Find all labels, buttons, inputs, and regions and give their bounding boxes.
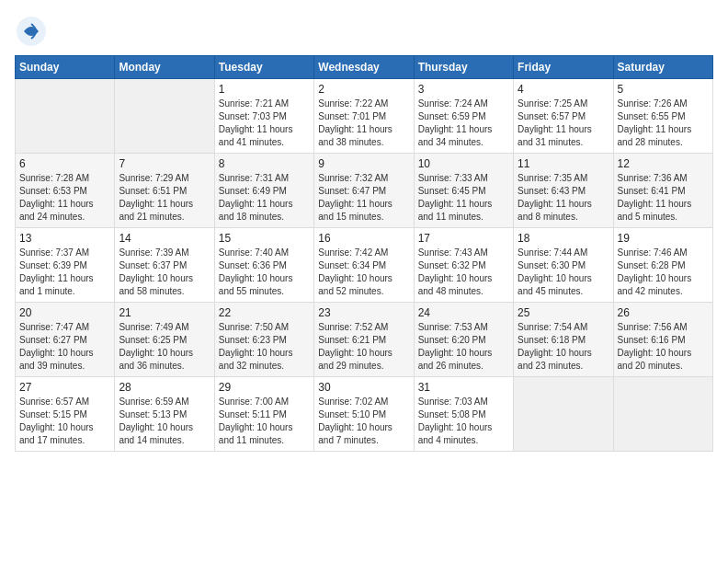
calendar-week-row: 20Sunrise: 7:47 AM Sunset: 6:27 PM Dayli… — [16, 303, 713, 377]
calendar-cell: 30Sunrise: 7:02 AM Sunset: 5:10 PM Dayli… — [314, 377, 414, 452]
day-info: Sunrise: 7:43 AM Sunset: 6:32 PM Dayligh… — [418, 247, 509, 298]
calendar-cell: 24Sunrise: 7:53 AM Sunset: 6:20 PM Dayli… — [414, 303, 513, 377]
day-info: Sunrise: 7:00 AM Sunset: 5:11 PM Dayligh… — [219, 396, 310, 447]
calendar-week-row: 27Sunrise: 6:57 AM Sunset: 5:15 PM Dayli… — [16, 377, 713, 452]
day-number: 10 — [418, 157, 509, 170]
day-number: 24 — [418, 306, 509, 319]
day-info: Sunrise: 7:21 AM Sunset: 7:03 PM Dayligh… — [219, 98, 310, 149]
calendar-cell: 19Sunrise: 7:46 AM Sunset: 6:28 PM Dayli… — [613, 228, 712, 303]
calendar-cell: 14Sunrise: 7:39 AM Sunset: 6:37 PM Dayli… — [115, 228, 214, 303]
calendar-cell: 15Sunrise: 7:40 AM Sunset: 6:36 PM Dayli… — [214, 228, 313, 303]
day-number: 9 — [318, 157, 409, 170]
day-number: 31 — [418, 381, 509, 394]
day-info: Sunrise: 7:31 AM Sunset: 6:49 PM Dayligh… — [219, 172, 310, 224]
day-number: 19 — [618, 232, 709, 245]
calendar-body: 1Sunrise: 7:21 AM Sunset: 7:03 PM Daylig… — [16, 79, 713, 452]
calendar-cell: 12Sunrise: 7:36 AM Sunset: 6:41 PM Dayli… — [613, 154, 712, 228]
calendar-cell: 11Sunrise: 7:35 AM Sunset: 6:43 PM Dayli… — [514, 154, 613, 228]
day-info: Sunrise: 7:24 AM Sunset: 6:59 PM Dayligh… — [418, 98, 509, 149]
weekday-header: Monday — [115, 56, 214, 79]
day-info: Sunrise: 7:39 AM Sunset: 6:37 PM Dayligh… — [119, 247, 210, 298]
day-info: Sunrise: 7:32 AM Sunset: 6:47 PM Dayligh… — [318, 172, 409, 224]
calendar-cell: 25Sunrise: 7:54 AM Sunset: 6:18 PM Dayli… — [514, 303, 613, 377]
day-info: Sunrise: 7:33 AM Sunset: 6:45 PM Dayligh… — [418, 172, 509, 224]
day-number: 28 — [119, 381, 210, 394]
calendar-cell: 9Sunrise: 7:32 AM Sunset: 6:47 PM Daylig… — [314, 154, 414, 228]
day-info: Sunrise: 7:42 AM Sunset: 6:34 PM Dayligh… — [318, 247, 409, 298]
day-info: Sunrise: 7:25 AM Sunset: 6:57 PM Dayligh… — [518, 98, 609, 149]
day-number: 3 — [418, 83, 509, 96]
day-info: Sunrise: 7:50 AM Sunset: 6:23 PM Dayligh… — [219, 321, 310, 373]
calendar-cell: 31Sunrise: 7:03 AM Sunset: 5:08 PM Dayli… — [414, 377, 513, 452]
day-number: 7 — [119, 157, 210, 170]
day-info: Sunrise: 7:35 AM Sunset: 6:43 PM Dayligh… — [518, 172, 609, 224]
calendar-header: SundayMondayTuesdayWednesdayThursdayFrid… — [16, 56, 713, 79]
calendar-cell: 22Sunrise: 7:50 AM Sunset: 6:23 PM Dayli… — [214, 303, 313, 377]
day-info: Sunrise: 7:56 AM Sunset: 6:16 PM Dayligh… — [618, 321, 709, 373]
day-number: 21 — [119, 306, 210, 319]
day-info: Sunrise: 7:02 AM Sunset: 5:10 PM Dayligh… — [318, 396, 409, 447]
calendar-cell: 27Sunrise: 6:57 AM Sunset: 5:15 PM Dayli… — [16, 377, 115, 452]
calendar-cell: 16Sunrise: 7:42 AM Sunset: 6:34 PM Dayli… — [314, 228, 414, 303]
day-number: 27 — [19, 381, 110, 394]
day-number: 8 — [219, 157, 310, 170]
day-info: Sunrise: 7:54 AM Sunset: 6:18 PM Dayligh… — [518, 321, 609, 373]
calendar-cell: 6Sunrise: 7:28 AM Sunset: 6:53 PM Daylig… — [16, 154, 115, 228]
day-number: 2 — [318, 83, 409, 96]
day-info: Sunrise: 7:44 AM Sunset: 6:30 PM Dayligh… — [518, 247, 609, 298]
weekday-header: Thursday — [414, 56, 513, 79]
weekday-header: Tuesday — [214, 56, 313, 79]
day-info: Sunrise: 7:29 AM Sunset: 6:51 PM Dayligh… — [119, 172, 210, 224]
day-info: Sunrise: 7:28 AM Sunset: 6:53 PM Dayligh… — [19, 172, 110, 224]
calendar-cell — [115, 79, 214, 154]
day-info: Sunrise: 6:59 AM Sunset: 5:13 PM Dayligh… — [119, 396, 210, 447]
calendar-cell: 18Sunrise: 7:44 AM Sunset: 6:30 PM Dayli… — [514, 228, 613, 303]
calendar-cell: 8Sunrise: 7:31 AM Sunset: 6:49 PM Daylig… — [214, 154, 313, 228]
day-number: 26 — [618, 306, 709, 319]
logo-icon — [15, 15, 48, 48]
day-number: 14 — [119, 232, 210, 245]
weekday-header: Wednesday — [314, 56, 414, 79]
logo — [15, 15, 51, 48]
weekday-header: Friday — [514, 56, 613, 79]
calendar-cell: 20Sunrise: 7:47 AM Sunset: 6:27 PM Dayli… — [16, 303, 115, 377]
calendar-week-row: 1Sunrise: 7:21 AM Sunset: 7:03 PM Daylig… — [16, 79, 713, 154]
day-info: Sunrise: 7:22 AM Sunset: 7:01 PM Dayligh… — [318, 98, 409, 149]
calendar-cell: 28Sunrise: 6:59 AM Sunset: 5:13 PM Dayli… — [115, 377, 214, 452]
calendar-cell: 21Sunrise: 7:49 AM Sunset: 6:25 PM Dayli… — [115, 303, 214, 377]
calendar-cell: 3Sunrise: 7:24 AM Sunset: 6:59 PM Daylig… — [414, 79, 513, 154]
calendar-cell: 1Sunrise: 7:21 AM Sunset: 7:03 PM Daylig… — [214, 79, 313, 154]
calendar-cell — [514, 377, 613, 452]
day-info: Sunrise: 7:40 AM Sunset: 6:36 PM Dayligh… — [219, 247, 310, 298]
day-number: 18 — [518, 232, 609, 245]
day-number: 12 — [618, 157, 709, 170]
weekday-header: Sunday — [16, 56, 115, 79]
day-number: 29 — [219, 381, 310, 394]
page: SundayMondayTuesdayWednesdayThursdayFrid… — [0, 0, 728, 563]
day-number: 23 — [318, 306, 409, 319]
day-number: 4 — [518, 83, 609, 96]
day-info: Sunrise: 7:03 AM Sunset: 5:08 PM Dayligh… — [418, 396, 509, 447]
calendar-cell — [613, 377, 712, 452]
calendar-cell: 2Sunrise: 7:22 AM Sunset: 7:01 PM Daylig… — [314, 79, 414, 154]
day-info: Sunrise: 7:52 AM Sunset: 6:21 PM Dayligh… — [318, 321, 409, 373]
day-info: Sunrise: 7:49 AM Sunset: 6:25 PM Dayligh… — [119, 321, 210, 373]
day-number: 1 — [219, 83, 310, 96]
day-number: 5 — [618, 83, 709, 96]
day-info: Sunrise: 7:36 AM Sunset: 6:41 PM Dayligh… — [618, 172, 709, 224]
day-info: Sunrise: 7:26 AM Sunset: 6:55 PM Dayligh… — [618, 98, 709, 149]
calendar-cell: 4Sunrise: 7:25 AM Sunset: 6:57 PM Daylig… — [514, 79, 613, 154]
day-number: 17 — [418, 232, 509, 245]
calendar-table: SundayMondayTuesdayWednesdayThursdayFrid… — [15, 55, 713, 452]
day-number: 15 — [219, 232, 310, 245]
day-number: 25 — [518, 306, 609, 319]
calendar-cell: 10Sunrise: 7:33 AM Sunset: 6:45 PM Dayli… — [414, 154, 513, 228]
day-number: 22 — [219, 306, 310, 319]
weekday-header: Saturday — [613, 56, 712, 79]
day-info: Sunrise: 7:53 AM Sunset: 6:20 PM Dayligh… — [418, 321, 509, 373]
day-number: 6 — [19, 157, 110, 170]
calendar-cell: 5Sunrise: 7:26 AM Sunset: 6:55 PM Daylig… — [613, 79, 712, 154]
day-number: 30 — [318, 381, 409, 394]
day-number: 20 — [19, 306, 110, 319]
header — [15, 11, 713, 48]
